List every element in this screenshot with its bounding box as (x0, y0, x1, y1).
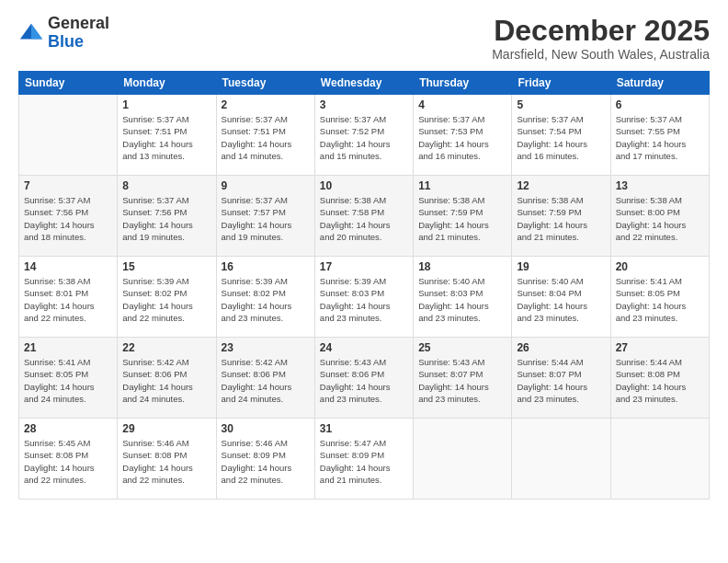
calendar-cell: 20Sunrise: 5:41 AMSunset: 8:05 PMDayligh… (610, 257, 709, 338)
calendar-cell: 25Sunrise: 5:43 AMSunset: 8:07 PMDayligh… (414, 338, 512, 419)
day-number: 19 (517, 260, 605, 273)
day-number: 8 (122, 179, 210, 192)
day-number: 14 (24, 260, 112, 273)
calendar-cell (414, 419, 512, 500)
day-info: Sunrise: 5:38 AMSunset: 7:58 PMDaylight:… (320, 194, 408, 243)
logo: General Blue (18, 15, 109, 52)
svg-marker-1 (31, 24, 42, 40)
calendar-subtitle: Marsfield, New South Wales, Australia (492, 47, 710, 62)
header-day-friday: Friday (512, 72, 610, 95)
day-info: Sunrise: 5:38 AMSunset: 7:59 PMDaylight:… (517, 194, 605, 243)
calendar-cell: 23Sunrise: 5:42 AMSunset: 8:06 PMDayligh… (216, 338, 314, 419)
calendar-cell: 22Sunrise: 5:42 AMSunset: 8:06 PMDayligh… (118, 338, 216, 419)
calendar-week-1: 1Sunrise: 5:37 AMSunset: 7:51 PMDaylight… (19, 95, 710, 176)
calendar-week-2: 7Sunrise: 5:37 AMSunset: 7:56 PMDaylight… (19, 176, 710, 257)
calendar-cell: 15Sunrise: 5:39 AMSunset: 8:02 PMDayligh… (118, 257, 216, 338)
day-number: 26 (517, 341, 605, 354)
calendar-cell: 10Sunrise: 5:38 AMSunset: 7:58 PMDayligh… (314, 176, 413, 257)
calendar-cell: 2Sunrise: 5:37 AMSunset: 7:51 PMDaylight… (216, 95, 314, 176)
day-number: 18 (418, 260, 506, 273)
day-number: 4 (418, 98, 506, 111)
day-info: Sunrise: 5:42 AMSunset: 8:06 PMDaylight:… (122, 356, 210, 405)
day-info: Sunrise: 5:44 AMSunset: 8:07 PMDaylight:… (517, 356, 605, 405)
page: General Blue December 2025 Marsfield, Ne… (0, 0, 728, 563)
calendar-cell: 28Sunrise: 5:45 AMSunset: 8:08 PMDayligh… (19, 419, 118, 500)
day-info: Sunrise: 5:40 AMSunset: 8:03 PMDaylight:… (418, 275, 506, 324)
day-number: 27 (616, 341, 704, 354)
calendar-cell: 18Sunrise: 5:40 AMSunset: 8:03 PMDayligh… (414, 257, 512, 338)
calendar-cell: 30Sunrise: 5:46 AMSunset: 8:09 PMDayligh… (216, 419, 314, 500)
calendar-cell (19, 95, 118, 176)
calendar-cell: 4Sunrise: 5:37 AMSunset: 7:53 PMDaylight… (414, 95, 512, 176)
day-info: Sunrise: 5:37 AMSunset: 7:57 PMDaylight:… (222, 194, 310, 243)
day-info: Sunrise: 5:37 AMSunset: 7:56 PMDaylight:… (122, 194, 210, 243)
day-number: 21 (24, 341, 112, 354)
day-info: Sunrise: 5:37 AMSunset: 7:55 PMDaylight:… (616, 113, 704, 162)
calendar-cell: 6Sunrise: 5:37 AMSunset: 7:55 PMDaylight… (610, 95, 709, 176)
day-number: 22 (122, 341, 210, 354)
day-info: Sunrise: 5:37 AMSunset: 7:51 PMDaylight:… (122, 113, 210, 162)
calendar-cell: 17Sunrise: 5:39 AMSunset: 8:03 PMDayligh… (314, 257, 413, 338)
header-day-saturday: Saturday (610, 72, 709, 95)
title-block: December 2025 Marsfield, New South Wales… (492, 15, 710, 62)
calendar-cell: 12Sunrise: 5:38 AMSunset: 7:59 PMDayligh… (512, 176, 610, 257)
day-number: 12 (517, 179, 605, 192)
calendar-week-5: 28Sunrise: 5:45 AMSunset: 8:08 PMDayligh… (19, 419, 710, 500)
calendar-header-row: SundayMondayTuesdayWednesdayThursdayFrid… (19, 72, 710, 95)
day-number: 10 (320, 179, 408, 192)
day-number: 25 (418, 341, 506, 354)
header-day-wednesday: Wednesday (314, 72, 413, 95)
logo-text: General Blue (48, 15, 109, 52)
day-info: Sunrise: 5:41 AMSunset: 8:05 PMDaylight:… (24, 356, 112, 405)
day-info: Sunrise: 5:38 AMSunset: 7:59 PMDaylight:… (418, 194, 506, 243)
day-info: Sunrise: 5:37 AMSunset: 7:51 PMDaylight:… (222, 113, 310, 162)
day-info: Sunrise: 5:37 AMSunset: 7:53 PMDaylight:… (418, 113, 506, 162)
day-info: Sunrise: 5:38 AMSunset: 8:01 PMDaylight:… (24, 275, 112, 324)
day-info: Sunrise: 5:39 AMSunset: 8:02 PMDaylight:… (122, 275, 210, 324)
day-number: 5 (517, 98, 605, 111)
day-info: Sunrise: 5:41 AMSunset: 8:05 PMDaylight:… (616, 275, 704, 324)
day-info: Sunrise: 5:37 AMSunset: 7:54 PMDaylight:… (517, 113, 605, 162)
day-number: 23 (222, 341, 310, 354)
calendar-cell: 13Sunrise: 5:38 AMSunset: 8:00 PMDayligh… (610, 176, 709, 257)
logo-general: General (48, 15, 109, 33)
day-info: Sunrise: 5:47 AMSunset: 8:09 PMDaylight:… (320, 437, 408, 486)
day-number: 3 (320, 98, 408, 111)
day-info: Sunrise: 5:39 AMSunset: 8:03 PMDaylight:… (320, 275, 408, 324)
day-info: Sunrise: 5:46 AMSunset: 8:09 PMDaylight:… (222, 437, 310, 486)
calendar-cell (512, 419, 610, 500)
calendar-cell: 24Sunrise: 5:43 AMSunset: 8:06 PMDayligh… (314, 338, 413, 419)
calendar-cell (610, 419, 709, 500)
day-number: 15 (122, 260, 210, 273)
header-day-thursday: Thursday (414, 72, 512, 95)
day-number: 29 (122, 422, 210, 435)
calendar-cell: 29Sunrise: 5:46 AMSunset: 8:08 PMDayligh… (118, 419, 216, 500)
day-number: 28 (24, 422, 112, 435)
day-number: 31 (320, 422, 408, 435)
calendar-cell: 19Sunrise: 5:40 AMSunset: 8:04 PMDayligh… (512, 257, 610, 338)
day-info: Sunrise: 5:43 AMSunset: 8:07 PMDaylight:… (418, 356, 506, 405)
calendar-cell: 11Sunrise: 5:38 AMSunset: 7:59 PMDayligh… (414, 176, 512, 257)
calendar-cell: 21Sunrise: 5:41 AMSunset: 8:05 PMDayligh… (19, 338, 118, 419)
day-info: Sunrise: 5:42 AMSunset: 8:06 PMDaylight:… (222, 356, 310, 405)
header-day-tuesday: Tuesday (216, 72, 314, 95)
calendar-week-3: 14Sunrise: 5:38 AMSunset: 8:01 PMDayligh… (19, 257, 710, 338)
day-number: 11 (418, 179, 506, 192)
day-info: Sunrise: 5:39 AMSunset: 8:02 PMDaylight:… (222, 275, 310, 324)
day-number: 2 (222, 98, 310, 111)
day-number: 13 (616, 179, 704, 192)
calendar-cell: 8Sunrise: 5:37 AMSunset: 7:56 PMDaylight… (118, 176, 216, 257)
day-info: Sunrise: 5:40 AMSunset: 8:04 PMDaylight:… (517, 275, 605, 324)
calendar-cell: 7Sunrise: 5:37 AMSunset: 7:56 PMDaylight… (19, 176, 118, 257)
calendar-week-4: 21Sunrise: 5:41 AMSunset: 8:05 PMDayligh… (19, 338, 710, 419)
calendar-cell: 26Sunrise: 5:44 AMSunset: 8:07 PMDayligh… (512, 338, 610, 419)
header-day-sunday: Sunday (19, 72, 118, 95)
day-info: Sunrise: 5:44 AMSunset: 8:08 PMDaylight:… (616, 356, 704, 405)
day-info: Sunrise: 5:43 AMSunset: 8:06 PMDaylight:… (320, 356, 408, 405)
day-number: 30 (222, 422, 310, 435)
calendar-title: December 2025 (492, 15, 710, 47)
calendar-cell: 14Sunrise: 5:38 AMSunset: 8:01 PMDayligh… (19, 257, 118, 338)
day-number: 1 (122, 98, 210, 111)
calendar-cell: 16Sunrise: 5:39 AMSunset: 8:02 PMDayligh… (216, 257, 314, 338)
day-number: 6 (616, 98, 704, 111)
